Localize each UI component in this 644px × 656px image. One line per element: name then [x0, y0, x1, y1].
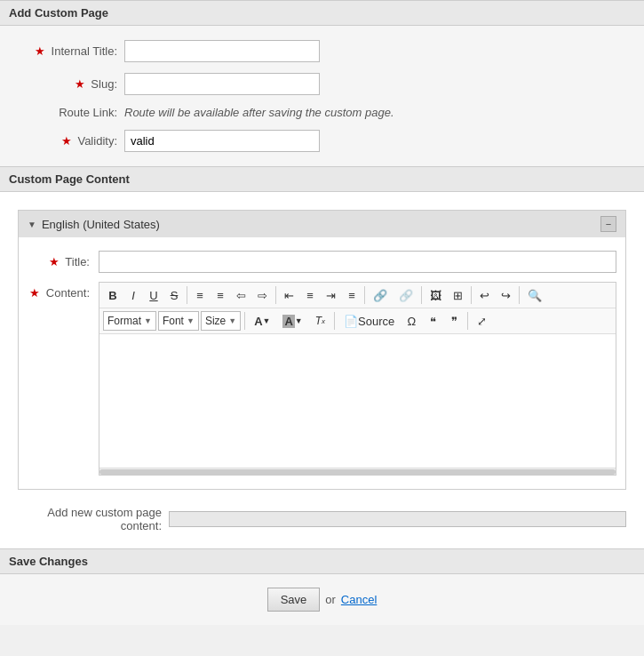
- save-button[interactable]: Save: [267, 588, 321, 612]
- font-dropdown-arrow: ▼: [187, 316, 195, 325]
- unlink-button[interactable]: 🔗: [394, 285, 418, 305]
- align-justify-button[interactable]: ≡: [342, 285, 362, 305]
- indent-decrease-button[interactable]: ⇦: [231, 285, 251, 305]
- table-button[interactable]: ⊞: [448, 285, 468, 305]
- route-link-row: Route Link: Route will be available afte…: [0, 100, 644, 124]
- panel-header[interactable]: ▼ English (United States) −: [19, 211, 625, 237]
- font-color-icon: A: [254, 315, 262, 328]
- toolbar-row-1: B I U S ≡ ≡ ⇦ ⇨ ⇤ ≡ ⇥ ≡: [99, 283, 616, 308]
- italic-button[interactable]: I: [123, 285, 143, 305]
- size-dropdown-label: Size: [205, 315, 226, 327]
- format-dropdown[interactable]: Format ▼: [103, 311, 156, 331]
- required-star-content: ★: [29, 286, 40, 300]
- strikethrough-button[interactable]: S: [164, 285, 184, 305]
- minimize-button[interactable]: −: [600, 216, 616, 232]
- add-custom-page-header: Add Custom Page: [0, 0, 644, 26]
- image-button[interactable]: 🖼: [425, 285, 447, 305]
- title-field-row: ★ Title:: [28, 246, 616, 277]
- save-changes-title: Save Changes: [9, 555, 88, 568]
- maximize-button[interactable]: ⤢: [472, 311, 492, 331]
- validity-row: ★ Validity:: [0, 124, 644, 157]
- save-changes-header: Save Changes: [0, 548, 644, 574]
- font-color-button[interactable]: A ▼: [249, 311, 275, 331]
- required-star-content-title: ★: [49, 255, 60, 268]
- editor-body[interactable]: [99, 334, 616, 468]
- remove-format-button[interactable]: Tx: [310, 311, 330, 331]
- toolbar-row2-sep-2: [334, 312, 335, 330]
- font-color-arrow: ▼: [263, 316, 271, 325]
- source-button[interactable]: 📄 Source: [338, 311, 400, 331]
- required-star-slug: ★: [75, 77, 85, 91]
- or-text: or: [325, 593, 336, 606]
- content-field-label: ★ Content:: [28, 282, 99, 300]
- bg-color-button[interactable]: A ▼: [277, 311, 307, 331]
- align-right-button[interactable]: ⇥: [321, 285, 341, 305]
- format-dropdown-arrow: ▼: [144, 316, 152, 325]
- title-field-label: ★ Title:: [28, 255, 99, 268]
- font-dropdown-label: Font: [163, 315, 184, 327]
- add-content-label: Add new custom page content:: [18, 506, 169, 532]
- validity-label: ★ Validity:: [9, 134, 124, 148]
- route-link-text: Route will be available after saving the…: [124, 106, 394, 119]
- required-star-validity: ★: [61, 134, 72, 148]
- underline-button[interactable]: U: [144, 285, 163, 305]
- route-link-label: Route Link:: [9, 106, 124, 119]
- validity-input[interactable]: [124, 130, 320, 152]
- toolbar-row2-sep-3: [467, 312, 468, 330]
- slug-label: ★ Slug:: [9, 77, 124, 91]
- font-dropdown[interactable]: Font ▼: [158, 311, 199, 331]
- bg-color-icon: A: [282, 315, 294, 328]
- link-button[interactable]: 🔗: [368, 285, 393, 305]
- indent-increase-button[interactable]: ⇨: [252, 285, 273, 305]
- form-area: ★ Internal Title: ★ Slug: Route Link: Ro…: [0, 26, 644, 166]
- toolbar-sep-1: [187, 286, 187, 304]
- redo-button[interactable]: ↪: [496, 285, 516, 305]
- toolbar-sep-2: [275, 286, 276, 304]
- internal-title-label: ★ Internal Title:: [9, 44, 124, 58]
- internal-title-input[interactable]: [124, 40, 320, 62]
- content-section: ▼ English (United States) − ★ Title: ★ C…: [0, 192, 644, 548]
- toolbar-sep-5: [471, 286, 472, 304]
- bold-button[interactable]: B: [103, 285, 123, 305]
- toolbar-row-2: Format ▼ Font ▼ Size ▼ A: [99, 308, 616, 334]
- bg-color-arrow: ▼: [295, 316, 303, 325]
- editor-scrollbar-thumb: [99, 469, 616, 475]
- collapse-icon: ▼: [28, 220, 36, 229]
- panel-header-left: ▼ English (United States): [28, 218, 160, 231]
- ordered-list-button[interactable]: ≡: [190, 285, 210, 305]
- size-dropdown-arrow: ▼: [228, 316, 236, 325]
- cancel-link[interactable]: Cancel: [341, 593, 377, 606]
- rich-text-editor: B I U S ≡ ≡ ⇦ ⇨ ⇤ ≡ ⇥ ≡: [99, 282, 616, 476]
- panel-language-label: English (United States): [42, 218, 160, 231]
- add-custom-page-title: Add Custom Page: [9, 6, 108, 20]
- toolbar-row2-sep-1: [244, 312, 245, 330]
- editor-scrollbar[interactable]: [99, 468, 616, 475]
- omega-button[interactable]: Ω: [402, 311, 421, 331]
- content-title-input[interactable]: [99, 251, 616, 273]
- required-star-title: ★: [35, 44, 45, 58]
- custom-page-content-title: Custom Page Content: [9, 172, 130, 186]
- slug-row: ★ Slug:: [0, 68, 644, 100]
- find-button[interactable]: 🔍: [522, 285, 547, 305]
- blockquote-open-button[interactable]: ❝: [423, 311, 442, 331]
- blockquote-close-button[interactable]: ❞: [444, 311, 464, 331]
- undo-button[interactable]: ↩: [474, 285, 495, 305]
- toolbar-sep-4: [421, 286, 422, 304]
- save-actions-area: Save or Cancel: [0, 574, 644, 625]
- source-label: Source: [358, 315, 394, 328]
- align-center-button[interactable]: ≡: [300, 285, 320, 305]
- source-page-icon: 📄: [344, 315, 358, 328]
- custom-page-content-header: Custom Page Content: [0, 166, 644, 192]
- format-dropdown-label: Format: [107, 315, 141, 327]
- slug-input[interactable]: [124, 73, 320, 95]
- internal-title-row: ★ Internal Title:: [0, 35, 644, 68]
- content-field-row: ★ Content: B I U S ≡ ≡ ⇦ ⇨: [28, 277, 616, 480]
- panel-content: ★ Title: ★ Content: B I U: [19, 237, 625, 489]
- size-dropdown[interactable]: Size ▼: [201, 311, 241, 331]
- align-left-button[interactable]: ⇤: [279, 285, 299, 305]
- toolbar-sep-3: [364, 286, 365, 304]
- add-content-row: Add new custom page content:: [9, 499, 635, 540]
- unordered-list-button[interactable]: ≡: [211, 285, 230, 305]
- add-content-bar: [169, 511, 626, 527]
- toolbar-sep-6: [519, 286, 520, 304]
